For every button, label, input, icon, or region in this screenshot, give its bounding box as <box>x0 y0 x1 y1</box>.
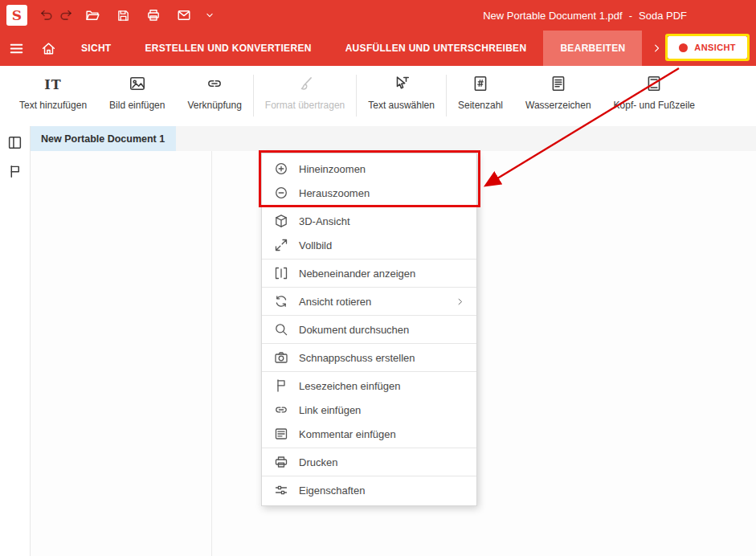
search-icon <box>273 322 288 337</box>
link-icon <box>206 73 223 92</box>
menu-item-3d-view[interactable]: 3D-Ansicht <box>262 209 476 233</box>
toolbar-label: Seitenzahl <box>458 100 503 111</box>
menu-separator <box>262 315 476 316</box>
ansicht-button-label: ANSICHT <box>694 43 736 52</box>
ribbon-tab-erstellen-und-konvertieren[interactable]: ERSTELLEN UND KONVERTIEREN <box>129 31 329 66</box>
chevron-down-icon <box>204 10 215 21</box>
menu-separator <box>262 287 476 288</box>
text-add-icon: IT <box>44 73 61 92</box>
toolbar-label: Bild einfügen <box>109 100 165 111</box>
toolbar-label: Verknüpfung <box>187 100 241 111</box>
select-text-icon <box>393 73 411 92</box>
thumbnails-panel-button[interactable] <box>5 132 26 153</box>
soda-pdf-logo: S <box>6 5 27 26</box>
toolbar-label: Wasserzeichen <box>525 100 591 111</box>
undo-button[interactable] <box>35 0 56 31</box>
open-file-button[interactable] <box>77 0 108 31</box>
window-title: New Portable Document 1.pdf - Soda PDF <box>483 10 687 22</box>
menu-item-label: 3D-Ansicht <box>299 215 350 227</box>
print-icon <box>146 8 161 22</box>
print-button[interactable] <box>138 0 169 31</box>
toolbar-page-number-button[interactable]: Seitenzahl <box>447 73 514 111</box>
print-icon <box>273 455 288 470</box>
menu-item-search-document[interactable]: Dokument durchsuchen <box>262 317 476 341</box>
comment-icon <box>273 427 288 442</box>
redo-icon <box>59 8 74 22</box>
menu-item-side-by-side[interactable]: Nebeneinander anzeigen <box>262 261 476 285</box>
toolbar-format-painter-button: Format übertragen <box>254 73 356 111</box>
insert-image-icon <box>129 73 146 92</box>
folder-open-icon <box>85 8 100 23</box>
ribbon-tab-ausfuellen-und-unterschreiben[interactable]: AUSFÜLLEN UND UNTERSCHREIBEN <box>329 31 544 66</box>
menu-item-insert-link[interactable]: Link einfügen <box>262 398 476 422</box>
menu-item-print[interactable]: Drucken <box>262 450 476 474</box>
annotation-red-box <box>259 150 480 207</box>
quick-access-expand-button[interactable] <box>199 0 220 31</box>
ribbon-tab-bearbeiten[interactable]: BEARBEITEN <box>543 31 642 66</box>
ribbon-tab-sicht[interactable]: SICHT <box>64 31 129 66</box>
app-name: Soda PDF <box>639 10 687 22</box>
annotation-yellow-highlight: ANSICHT <box>665 34 750 61</box>
page-number-icon <box>472 73 489 92</box>
toolbar-insert-image-button[interactable]: Bild einfügen <box>98 73 176 111</box>
menu-item-rotate-view[interactable]: Ansicht rotieren <box>262 289 476 313</box>
menu-item-label: Kommentar einfügen <box>299 428 396 440</box>
document-tab[interactable]: New Portable Document 1 <box>31 126 176 151</box>
3d-view-icon <box>273 214 288 229</box>
menu-item-label: Schnappschuss erstellen <box>299 352 415 364</box>
toolbar-link-button[interactable]: Verknüpfung <box>176 73 252 111</box>
save-icon <box>116 9 130 22</box>
toolbar-label: Kopf- und Fußzeile <box>614 100 695 111</box>
email-button[interactable] <box>169 0 199 31</box>
red-dot-icon <box>679 43 688 52</box>
header-footer-icon <box>645 73 663 92</box>
toolbar-label: Text auswählen <box>368 100 435 111</box>
soda-pdf-window: S <box>0 0 756 556</box>
toolbar-label: Text hinzufügen <box>19 100 87 111</box>
bookmark-icon <box>273 378 288 394</box>
toolbar-add-text-button[interactable]: IT Text hinzufügen <box>8 73 98 111</box>
submenu-chevron-icon <box>455 296 465 307</box>
toolbar-watermark-button[interactable]: Wasserzeichen <box>514 73 603 111</box>
menu-item-fullscreen[interactable]: Vollbild <box>262 233 476 257</box>
save-button[interactable] <box>108 0 138 31</box>
menu-item-label: Lesezeichen einfügen <box>299 380 401 392</box>
menu-separator <box>262 448 476 448</box>
title-bar: S <box>0 0 756 31</box>
pages-panel-icon <box>7 135 22 150</box>
title-separator: - <box>629 10 632 22</box>
main-menu-button[interactable] <box>0 31 32 66</box>
page-edge-divider <box>211 151 212 556</box>
hamburger-icon <box>9 41 24 56</box>
home-icon <box>41 41 56 56</box>
redo-button[interactable] <box>56 0 77 31</box>
ansicht-view-button[interactable]: ANSICHT <box>668 36 747 59</box>
home-button[interactable] <box>32 31 64 66</box>
menu-item-properties[interactable]: Eigenschaften <box>262 478 476 502</box>
left-panel-sidebar <box>0 126 31 556</box>
snapshot-icon <box>273 350 288 366</box>
toolbar-select-text-button[interactable]: Text auswählen <box>357 73 446 111</box>
menu-item-snapshot[interactable]: Schnappschuss erstellen <box>262 345 476 370</box>
menu-separator <box>262 371 476 372</box>
bookmarks-panel-button[interactable] <box>5 161 26 182</box>
menu-item-label: Ansicht rotieren <box>299 296 371 308</box>
menu-separator <box>262 343 476 344</box>
fullscreen-icon <box>273 238 288 253</box>
menu-item-label: Drucken <box>299 456 337 468</box>
menu-separator <box>262 476 476 476</box>
undo-icon <box>39 8 53 22</box>
document-tab-label: New Portable Document 1 <box>41 133 165 145</box>
rotate-view-icon <box>273 294 288 309</box>
menu-separator <box>262 259 476 260</box>
toolbar-header-footer-button[interactable]: Kopf- und Fußzeile <box>603 73 706 111</box>
menu-item-insert-comment[interactable]: Kommentar einfügen <box>262 422 476 446</box>
properties-icon <box>273 483 288 498</box>
menu-item-insert-bookmark[interactable]: Lesezeichen einfügen <box>262 374 476 398</box>
format-painter-icon <box>296 73 314 92</box>
link-icon <box>273 403 288 418</box>
menu-item-label: Eigenschaften <box>299 484 365 497</box>
edit-toolbar: IT Text hinzufügen Bild einfügen Verknüp… <box>0 66 756 126</box>
document-title: New Portable Document 1.pdf <box>483 10 622 22</box>
document-tab-strip: New Portable Document 1 <box>31 126 756 151</box>
